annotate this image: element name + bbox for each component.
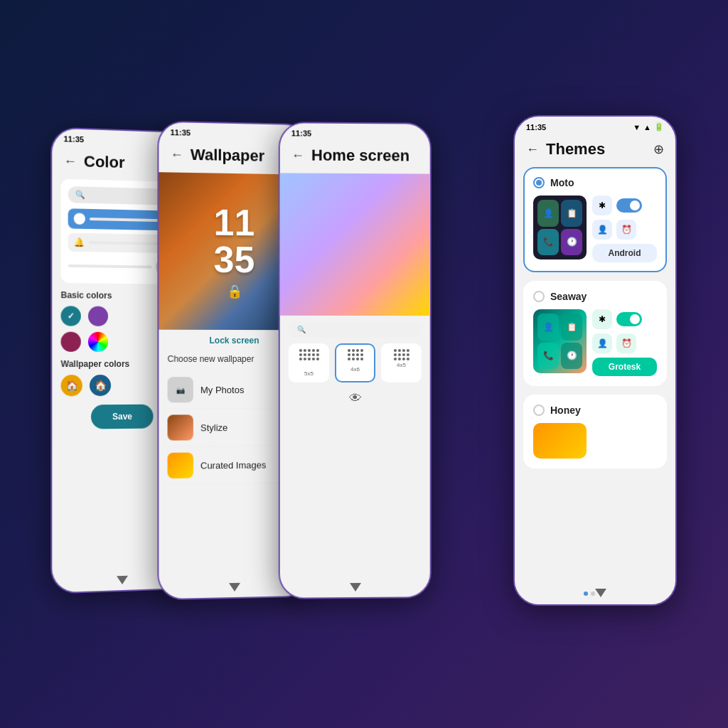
icon-alarm: ⏰ <box>616 220 636 240</box>
bluetooth-icon: ✱ <box>592 196 612 215</box>
theme-name-moto: Moto <box>550 177 574 188</box>
grid-option-4x5[interactable]: 4x5 <box>381 343 422 382</box>
toggle-row-bluetooth: ✱ <box>592 196 657 215</box>
wp-color-orange[interactable]: 🏠 <box>61 375 82 396</box>
grid-option-5x5[interactable]: 5x5 <box>289 343 329 382</box>
app-icon-clock: 🕐 <box>561 229 582 256</box>
s-icon-alarm: ⏰ <box>616 333 636 353</box>
grid-option-4x6[interactable]: 4x6 <box>335 343 375 382</box>
grid-label-5x5: 5x5 <box>304 370 314 377</box>
color-wine[interactable] <box>61 332 81 352</box>
nav-bar-3 <box>280 577 430 597</box>
wp-color-blue[interactable]: 🏠 <box>90 375 111 396</box>
theme-controls-moto: ✱ 👤 ⏰ Android <box>592 196 657 262</box>
search-icon-color: 🔍 <box>75 190 85 199</box>
status-bar-3: 11:35 <box>280 123 430 141</box>
theme-radio-honey-row: Honey <box>533 405 657 416</box>
theme-card-moto[interactable]: Moto 👤 📋 📞 🕐 ✱ <box>523 167 667 272</box>
color-teal[interactable]: ✓ <box>61 306 81 326</box>
page-title-wallpaper: Wallpaper <box>191 146 264 166</box>
themes-content: Moto 👤 📋 📞 🕐 ✱ <box>515 167 675 583</box>
phones-container: 11:35 ← Color 🔍 🔔 <box>44 87 684 641</box>
status-time-4: 11:35 <box>526 123 546 132</box>
back-arrow-home[interactable]: ← <box>291 148 304 163</box>
lock-icon: 🔒 <box>227 284 242 299</box>
add-theme-button[interactable]: ⊕ <box>653 141 664 157</box>
theme-card-honey[interactable]: Honey <box>523 395 667 469</box>
phone-preview-honey <box>533 423 587 459</box>
back-arrow-themes[interactable]: ← <box>526 142 539 157</box>
s-icon-profile: 👤 <box>592 333 612 353</box>
wp-thumb-myphotos: 📷 <box>168 377 193 402</box>
status-time-2: 11:35 <box>171 128 191 137</box>
grid-label-4x6: 4x6 <box>350 366 360 373</box>
app-icon-s-contacts: 👤 <box>537 314 559 341</box>
theme-radio-moto-row: Moto <box>533 177 657 188</box>
motorola-icon <box>74 213 85 224</box>
grid-options-row: 5x5 4x6 <box>289 343 422 382</box>
page-title-color: Color <box>84 152 125 172</box>
theme-content-honey <box>533 423 657 459</box>
wp-thumb-stylize <box>168 414 193 440</box>
theme-name-seaway: Seaway <box>550 291 587 302</box>
wp-label-curated: Curated Images <box>200 459 266 471</box>
back-nav-3[interactable] <box>349 583 360 592</box>
theme-content-moto: 👤 📋 📞 🕐 ✱ 👤 ⏰ <box>533 196 657 262</box>
page-header-themes: ← Themes ⊕ <box>515 134 675 167</box>
status-icons-4: ▼ ▲ 🔋 <box>633 122 664 132</box>
app-icon-files: 📋 <box>561 200 582 227</box>
nav-bar-4 <box>515 583 675 604</box>
theme-controls-seaway: ✱ 👤 ⏰ Grotesk <box>592 309 657 376</box>
lock-time-display: 1135 <box>214 204 255 279</box>
theme-name-honey: Honey <box>550 405 581 416</box>
wp-label-myphotos: My Photos <box>200 384 244 395</box>
page-header-home: ← Home screen <box>280 140 430 173</box>
color-purple[interactable] <box>88 306 108 326</box>
s-bluetooth-icon: ✱ <box>592 309 612 329</box>
icon-row-seaway: 👤 ⏰ <box>592 333 657 353</box>
app-icon-s-phone: 📞 <box>537 343 559 370</box>
home-wallpaper-preview <box>280 173 430 316</box>
theme-content-seaway: 👤 📋 📞 🕐 ✱ 👤 ⏰ <box>533 309 657 376</box>
status-bar-4: 11:35 ▼ ▲ 🔋 <box>515 117 675 134</box>
back-arrow-color[interactable]: ← <box>64 154 77 169</box>
app-icon-phone: 📞 <box>537 229 559 256</box>
font-label-moto[interactable]: Android <box>592 244 657 262</box>
color-wheel[interactable] <box>88 332 108 352</box>
page-title-themes: Themes <box>546 140 605 159</box>
battery-icon: 🔋 <box>654 122 664 132</box>
back-nav-4[interactable] <box>595 589 606 597</box>
app-icon-s-clock: 🕐 <box>561 343 582 370</box>
s-toggle-bluetooth[interactable] <box>616 312 642 326</box>
radio-moto[interactable] <box>533 177 545 188</box>
theme-card-seaway[interactable]: Seaway 👤 📋 📞 🕐 ✱ <box>523 281 667 386</box>
status-time-3: 11:35 <box>291 129 311 137</box>
app-icon-contacts: 👤 <box>537 200 559 227</box>
back-nav-2[interactable] <box>229 583 240 592</box>
page-title-home: Home screen <box>311 146 410 166</box>
back-arrow-wallpaper[interactable]: ← <box>171 147 183 162</box>
wp-thumb-curated <box>168 452 193 478</box>
dots-pagination <box>584 592 595 596</box>
home-search-bar[interactable]: 🔍 <box>289 321 422 338</box>
menu-line-bottom <box>68 264 152 269</box>
radio-honey[interactable] <box>533 405 545 416</box>
toggle-row-s-bluetooth: ✱ <box>592 309 657 329</box>
icon-profile: 👤 <box>592 220 612 240</box>
signal-icon: ▲ <box>643 123 651 132</box>
icon-row-moto: 👤 ⏰ <box>592 220 657 240</box>
status-time-1: 11:35 <box>64 134 84 144</box>
home-content: 🔍 5x5 <box>280 173 430 577</box>
phone-preview-moto: 👤 📋 📞 🕐 <box>533 196 587 259</box>
wifi-icon: ▼ <box>633 123 641 132</box>
radio-seaway[interactable] <box>533 291 545 302</box>
font-label-seaway[interactable]: Grotesk <box>592 358 657 376</box>
back-nav-1[interactable] <box>117 576 128 585</box>
phone-preview-seaway: 👤 📋 📞 🕐 <box>533 309 587 373</box>
bell-icon: 🔔 <box>74 237 85 247</box>
save-button[interactable]: Save <box>91 405 154 429</box>
app-icon-s-files: 📋 <box>561 314 582 341</box>
dot-1 <box>584 592 588 596</box>
grid-label-4x5: 4x5 <box>397 362 406 368</box>
toggle-bluetooth[interactable] <box>616 198 642 213</box>
